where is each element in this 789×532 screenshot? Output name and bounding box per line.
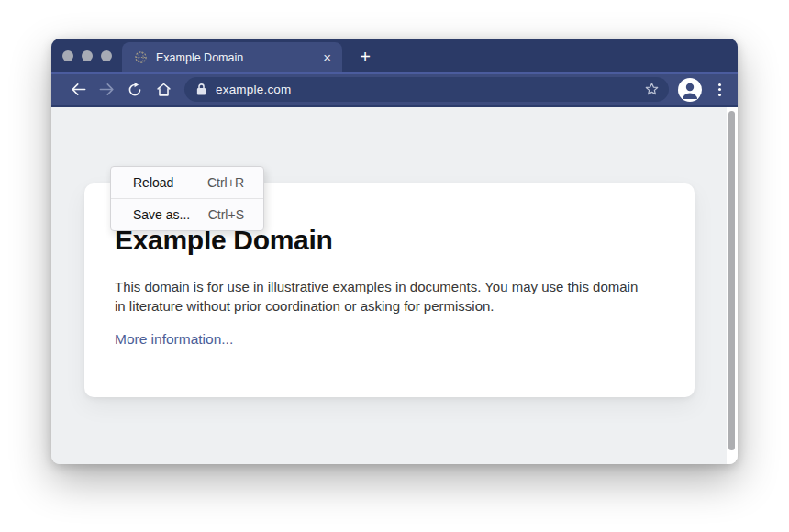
menu-item-label: Reload xyxy=(133,175,173,190)
scrollbar-thumb[interactable] xyxy=(728,111,735,450)
globe-favicon-icon xyxy=(134,50,148,64)
tab-close-icon[interactable]: × xyxy=(323,50,331,64)
context-menu: Reload Ctrl+R Save as... Ctrl+S xyxy=(110,166,264,231)
forward-icon[interactable] xyxy=(97,81,116,99)
reload-icon[interactable] xyxy=(126,81,144,99)
window-close-button[interactable] xyxy=(62,50,73,61)
tab-bar: Example Domain × + xyxy=(51,39,738,72)
address-bar[interactable]: example.com xyxy=(184,77,669,102)
url-text: example.com xyxy=(216,83,291,96)
window-minimize-button[interactable] xyxy=(82,50,93,61)
page-viewport: Example Domain This domain is for use in… xyxy=(51,107,738,464)
desktop-background: Example Domain × + xyxy=(0,0,789,532)
tab-example-domain[interactable]: Example Domain × xyxy=(122,42,342,72)
lock-icon xyxy=(195,83,207,96)
kebab-menu-icon[interactable] xyxy=(711,81,728,99)
tab-title: Example Domain xyxy=(156,51,323,64)
profile-avatar[interactable] xyxy=(678,78,702,102)
page-paragraph: This domain is for use in illustrative e… xyxy=(115,277,652,316)
window-zoom-button[interactable] xyxy=(101,50,112,61)
bookmark-star-icon[interactable] xyxy=(642,81,661,99)
new-tab-button[interactable]: + xyxy=(354,45,376,69)
browser-window: Example Domain × + xyxy=(51,39,738,464)
home-icon[interactable] xyxy=(154,81,172,99)
traffic-lights xyxy=(62,50,112,61)
scrollbar-track xyxy=(727,107,738,464)
more-information-link[interactable]: More information... xyxy=(115,331,233,348)
menu-item-reload[interactable]: Reload Ctrl+R xyxy=(111,167,263,198)
menu-item-shortcut: Ctrl+S xyxy=(208,207,244,222)
menu-item-label: Save as... xyxy=(133,207,190,222)
navigation-toolbar: example.com xyxy=(51,72,738,107)
menu-item-shortcut: Ctrl+R xyxy=(207,175,244,190)
menu-item-save-as[interactable]: Save as... Ctrl+S xyxy=(111,199,263,230)
back-icon[interactable] xyxy=(69,81,87,99)
